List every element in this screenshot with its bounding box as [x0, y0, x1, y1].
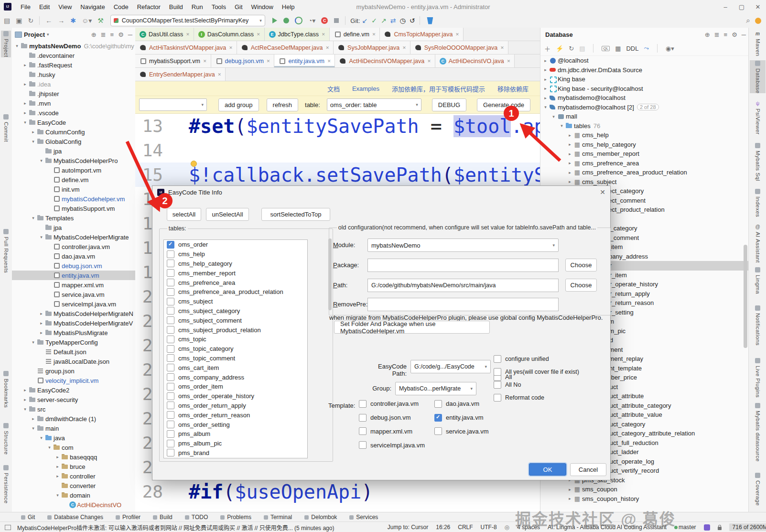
project-item-dao.java.vm[interactable]: dao.java.vm	[12, 251, 135, 261]
chevron-down-icon[interactable]: ▾	[22, 407, 28, 412]
removepre-input[interactable]	[367, 298, 559, 311]
profiler-icon[interactable]: ◔▾	[308, 17, 315, 24]
tool-window-todo[interactable]: TODO	[185, 514, 208, 521]
project-item-src[interactable]: ▾src	[12, 404, 135, 414]
unselect-all-button[interactable]: unSelectAll	[206, 208, 249, 221]
chevron-right-icon[interactable]: ▸	[54, 464, 61, 469]
template-option-service.java.vm[interactable]: service.java.vm	[434, 427, 517, 436]
project-item-java[interactable]: ▾java	[12, 433, 135, 443]
editor-tab-define.vm[interactable]: define.vm✕	[330, 28, 380, 41]
rerun-icon[interactable]: C	[321, 17, 328, 24]
project-item-velocity_implicit.vm[interactable]: velocity_implicit.vm	[12, 376, 135, 385]
db-item-dm.jdbc.driver.DmData Source[interactable]: ▸dm.jdbc.driver.DmData Source	[540, 65, 749, 75]
chevron-right-icon[interactable]: ▸	[567, 142, 573, 147]
close-tab-icon[interactable]: ✕	[327, 59, 331, 64]
project-item-service.java.vm[interactable]: service.java.vm	[12, 290, 135, 299]
user-icon[interactable]: ☺▾	[82, 17, 92, 24]
chevron-right-icon[interactable]: ▸	[22, 63, 28, 67]
easycode-path-select[interactable]: G:/code/g.../EasyCode ▾	[410, 360, 491, 373]
hide-panel-icon[interactable]: ─	[128, 31, 132, 38]
table-select[interactable]: oms_order: table ▾	[327, 98, 421, 111]
project-item-TypeMapperConfig[interactable]: ▾TypeMapperConfig	[12, 337, 135, 347]
back-icon[interactable]: ←	[45, 17, 52, 24]
chevron-right-icon[interactable]: ▸	[542, 86, 549, 91]
editor-tab-debug.json.vm[interactable]: debug.json.vm✕	[211, 54, 275, 67]
tool-stripe-live-plugins[interactable]: Live Plugins	[750, 358, 766, 398]
editor-tab-ActHiDecinstVO.java[interactable]: CActHiDecinstVO.java✕	[435, 54, 515, 67]
set-folder-button[interactable]: Set Folder And Package when use MybatisC…	[334, 321, 490, 334]
table-option-cms_help[interactable]: cms_help	[164, 250, 307, 259]
add-group-button[interactable]: add group	[218, 98, 259, 111]
path-input[interactable]: G:/code/github/mybatsNewDemo/src/main/ja…	[367, 279, 559, 292]
close-tab-icon[interactable]: ✕	[500, 45, 504, 50]
maximize-button[interactable]: ▢	[734, 3, 750, 11]
checkbox[interactable]	[167, 336, 174, 343]
chevron-right-icon[interactable]: ▸	[567, 170, 573, 175]
table-view-icon[interactable]: ▦	[615, 45, 621, 52]
project-item-main[interactable]: ▾main	[12, 423, 135, 433]
table-option-oms_order_setting[interactable]: oms_order_setting	[164, 420, 307, 429]
checkbox[interactable]	[494, 355, 501, 363]
project-item-EasyCode2[interactable]: ▸EasyCode2	[12, 385, 135, 395]
table-option-cms_subject[interactable]: cms_subject	[164, 297, 307, 306]
caret-position[interactable]: 16:26	[436, 524, 450, 531]
project-item-mybatisSupport.vm[interactable]: mybatisSupport.vm	[12, 204, 135, 213]
table-option-cms_topic[interactable]: cms_topic	[164, 335, 307, 344]
checkbox[interactable]	[167, 402, 174, 409]
checkbox-checked[interactable]	[434, 414, 442, 422]
project-item-.devcontainer[interactable]: .devcontainer	[12, 51, 135, 60]
close-tab-icon[interactable]: ✕	[372, 32, 376, 37]
project-item-MybatisCodeHelperMigrate[interactable]: ▾MybatisCodeHelperMigrate	[12, 232, 135, 242]
chevron-right-icon[interactable]: ▸	[567, 496, 573, 501]
checkbox[interactable]	[167, 250, 174, 258]
checkbox[interactable]	[359, 400, 367, 408]
table-option-pms_comment[interactable]: pms_comment	[164, 457, 307, 458]
project-item-.mvn[interactable]: ▸.mvn	[12, 98, 135, 108]
tool-stripe-maven[interactable]: mMaven	[750, 31, 766, 56]
close-tab-icon[interactable]: ✕	[322, 32, 325, 37]
db-item-cms_help[interactable]: ▸▦cms_help	[540, 130, 749, 140]
db-item-cms_prefrence_area_product_relation[interactable]: ▸▦cms_prefrence_area_product_relation	[540, 168, 749, 177]
chevron-down-icon[interactable]: ▾	[542, 105, 549, 109]
menu-build[interactable]: Build	[165, 3, 187, 11]
table-option-oms_cart_item[interactable]: oms_cart_item	[164, 363, 307, 372]
expand-all-icon[interactable]: ≣	[714, 31, 720, 38]
project-item-bruce[interactable]: ▸bruce	[12, 462, 135, 471]
chevron-right-icon[interactable]: ▸	[22, 101, 28, 106]
checkbox[interactable]	[167, 316, 174, 324]
module-select[interactable]: mybatsNewDemo ▾	[367, 239, 559, 252]
code-line-13[interactable]: 13#set($entitySavePath = $tool.append($	[135, 114, 540, 138]
project-item-converter[interactable]: converter	[12, 481, 135, 490]
menu-refactor[interactable]: Refactor	[133, 3, 165, 11]
template-option-entity.java.vm[interactable]: entity.java.vm	[434, 413, 517, 423]
chevron-right-icon[interactable]: ▸	[38, 321, 44, 326]
project-item-domain[interactable]: ▾domain	[12, 490, 135, 500]
chevron-down-icon[interactable]: ▾	[38, 435, 44, 440]
project-item-MybatisCodeHelperPro[interactable]: ▾MybatisCodeHelperPro	[12, 156, 135, 165]
chevron-down-icon[interactable]: ▾	[14, 43, 20, 48]
checkbox[interactable]	[167, 430, 174, 438]
template-option-serviceImpl.java.vm[interactable]: serviceImpl.java.vm	[359, 440, 434, 450]
chevron-right-icon[interactable]: ▸	[30, 416, 36, 421]
table-option-cms_help_category[interactable]: cms_help_category	[164, 259, 307, 269]
gear-icon[interactable]: ⚙	[118, 31, 124, 38]
close-tab-icon[interactable]: ✕	[267, 59, 270, 64]
table-option-pms_album_pic[interactable]: pms_album_pic	[164, 439, 307, 448]
checkbox[interactable]	[494, 368, 501, 376]
editor-tab-SysJobMapper.java[interactable]: SysJobMapper.java✕	[334, 41, 410, 54]
chevron-down-icon[interactable]: ▾	[54, 493, 61, 498]
query-console-icon[interactable]: QL	[602, 46, 610, 51]
checkbox-checked[interactable]	[167, 241, 174, 249]
chevron-right-icon[interactable]: ▸	[22, 388, 28, 392]
chevron-right-icon[interactable]: ▸	[38, 330, 44, 335]
database-scrollbar[interactable]	[744, 245, 747, 348]
chevron-down-icon[interactable]: ▾	[30, 340, 36, 345]
project-item-init.vm[interactable]: init.vm	[12, 185, 135, 194]
table-option-cms_prefrence_area[interactable]: cms_prefrence_area	[164, 278, 307, 287]
project-item-ColumnConfig[interactable]: ▸ColumnConfig	[12, 127, 135, 137]
git-history-icon[interactable]: ◷	[399, 17, 405, 24]
project-item-mapper.xml.vm[interactable]: mapper.xml.vm	[12, 280, 135, 290]
close-tab-icon[interactable]: ✕	[507, 59, 511, 64]
chevron-right-icon[interactable]: ▸	[542, 77, 549, 82]
editor-tab-ActReCaseDefMapper.java[interactable]: ActReCaseDefMapper.java✕	[237, 41, 334, 54]
